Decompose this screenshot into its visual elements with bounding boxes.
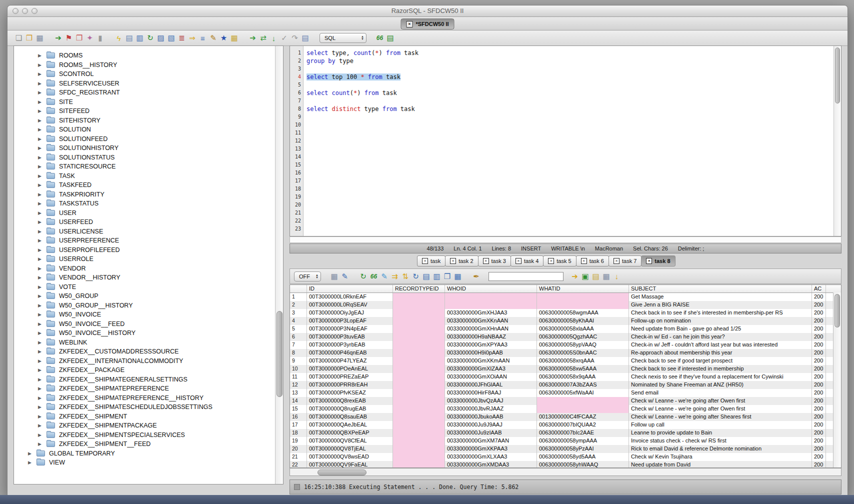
disclosure-triangle-icon[interactable]: ▶ [38, 201, 43, 206]
code-line[interactable] [306, 209, 834, 217]
grid-cell[interactable]: Check back to see if interested in membe… [629, 365, 812, 373]
grid-cell[interactable]: 00T3000000L0RknEAF [307, 293, 393, 301]
tree-item[interactable]: ▶ZKFEDEX__CUSTOMADDRESSSOURCE [14, 347, 283, 356]
grid-cell[interactable] [445, 301, 537, 309]
table-editor-icon[interactable]: ▦ [229, 33, 240, 44]
grid-cell[interactable]: Check-in w/ Ed - can he join this year? [629, 333, 812, 341]
tree-root-item[interactable]: ▶VIEW [14, 458, 283, 468]
disclosure-triangle-icon[interactable]: ▶ [38, 192, 43, 197]
grid-cell[interactable]: Give Jenn a BIG RAISE [629, 301, 812, 309]
export-table-icon[interactable]: ▥ [134, 33, 145, 44]
tree-item[interactable]: ▶SOLUTIONFEED [14, 134, 283, 144]
grid-cell[interactable]: Nominated by Shane Freeman at ANZ (HR50) [629, 381, 812, 389]
results-vscrollbar-thumb[interactable] [834, 294, 840, 328]
grid-cell[interactable] [393, 349, 445, 357]
tree-item[interactable]: ▶USERPREFERENCE [14, 236, 283, 246]
table-row[interactable]: 1900T3000000QV8CfEAL0033000000GmXM7AAN00… [290, 437, 841, 445]
help-book-icon[interactable]: ▧ [166, 33, 176, 44]
tree-item[interactable]: ▶USERFEED [14, 218, 283, 227]
shift-right-icon[interactable]: ⇒ [187, 33, 198, 44]
code-line[interactable] [306, 193, 834, 201]
grid-cell[interactable]: Check back to see if good target prospec… [629, 357, 812, 365]
column-header[interactable]: SUBJECT [629, 285, 812, 292]
tree-item[interactable]: ▶ZKFEDEX__SHIPMENTPACKAGE [14, 421, 283, 430]
code-line[interactable]: select top 100 * from task [306, 73, 834, 81]
code-line[interactable] [306, 129, 834, 137]
code-line[interactable] [306, 153, 834, 161]
grid-cell[interactable]: 006300000058xlaAAA [537, 325, 629, 333]
code-line[interactable] [306, 201, 834, 209]
grid-cell[interactable]: 200 [812, 461, 826, 468]
grid-cell[interactable] [393, 293, 445, 301]
disclosure-triangle-icon[interactable]: ▶ [38, 284, 43, 290]
table-row[interactable]: 400T3000000P3LopEAF0033000000GmXKnAAN006… [290, 317, 841, 325]
grid-cell[interactable] [393, 389, 445, 397]
generate-script-icon[interactable]: ▤ [590, 271, 601, 282]
grid-cell[interactable]: Rick to email David & reference Delmonte… [629, 445, 812, 453]
code-line[interactable] [306, 225, 834, 233]
disclosure-triangle-icon[interactable]: ▶ [28, 460, 33, 465]
table-row[interactable]: 1600T3000000Q8sauEAB0033000000JbukoAAB00… [290, 413, 841, 421]
result-tab[interactable]: ×task 3 [478, 256, 511, 266]
refresh-table-icon[interactable]: ↻ [410, 271, 421, 282]
object-list-icon[interactable]: ▤ [385, 33, 396, 44]
grid-cell[interactable]: 0033000000JbukoAAB [445, 413, 537, 421]
disclosure-triangle-icon[interactable]: ▶ [38, 256, 43, 262]
open-file-icon[interactable]: ❒ [24, 33, 34, 44]
grid-cell[interactable]: 200 [812, 333, 826, 341]
grid-cell[interactable]: Need update from David [629, 461, 812, 468]
disclosure-triangle-icon[interactable]: ▶ [38, 81, 43, 86]
table-row[interactable]: 1700T3000000QAeJbEAL0033000000Ju9J9AAJ00… [290, 421, 841, 429]
disclosure-triangle-icon[interactable]: ▶ [38, 432, 43, 438]
grid-cell[interactable] [393, 357, 445, 365]
tree-item[interactable]: ▶WEBLINK [14, 338, 283, 348]
grid-cell[interactable]: 0033000000GmXIZAA3 [445, 365, 537, 373]
grid-cell[interactable]: 200 [812, 389, 826, 397]
disclosure-triangle-icon[interactable]: ▶ [38, 377, 43, 382]
tree-item[interactable]: ▶ZKFEDEX__SHIPMATEGENERALSETTINGS [14, 375, 283, 384]
grid-cell[interactable]: 0033000000H9i0pAAB [445, 349, 537, 357]
table-row[interactable]: 1000T3000000POeAnEAL0033000000GmXIZAA300… [290, 365, 841, 373]
grid-cell[interactable]: 0033000000Ju9zIAAB [445, 429, 537, 437]
zoom-button[interactable] [32, 8, 38, 14]
grid-cell[interactable]: 200 [812, 317, 826, 325]
disclosure-triangle-icon[interactable]: ▶ [38, 312, 43, 317]
tree-item[interactable]: ▶SOLUTIONHISTORY [14, 144, 283, 153]
grid-cell[interactable]: 200 [812, 437, 826, 445]
grid-cell[interactable]: 200 [812, 453, 826, 461]
result-tab[interactable]: ×task [417, 256, 446, 266]
close-button[interactable] [12, 8, 18, 14]
tab-close-icon[interactable]: × [483, 258, 489, 264]
tree-item[interactable]: ▶VOTE [14, 282, 283, 292]
tree-item[interactable]: ▶ZKFEDEX__PACKAGE [14, 366, 283, 375]
table-row[interactable]: 500T3000000P3N4pEAF0033000000GmXHnAAN006… [290, 325, 841, 333]
grid-cell[interactable]: 00T3000000PfvKSEAZ [307, 389, 393, 397]
table-row[interactable]: 200T3000000L0RqSEAVGive Jenn a BIG RAISE… [290, 301, 841, 309]
grid-cell[interactable] [393, 333, 445, 341]
grid-cell[interactable]: 0033000000GmXKPAA3 [445, 445, 537, 453]
tree-item[interactable]: ▶TASKPRIORITY [14, 190, 283, 200]
disclosure-triangle-icon[interactable]: ▶ [38, 248, 43, 252]
grid-cell[interactable] [393, 461, 445, 468]
sidebar-scrollbar-thumb[interactable] [276, 311, 282, 397]
grid-cell[interactable]: Check w/ Leanne - we're going after Shea… [629, 413, 812, 421]
execute-statement-icon[interactable]: ➔ [248, 33, 258, 44]
grid-cell[interactable]: 200 [812, 325, 826, 333]
favorites-icon[interactable]: ★ [218, 33, 229, 44]
document-tab[interactable]: × *SFDCW50 II [400, 18, 454, 30]
grid-cell[interactable]: Check back in to see if she's interested… [629, 309, 812, 317]
query-builder-icon[interactable]: ▨ [156, 33, 166, 44]
grid-cell[interactable]: 00T3000000POeAnEAL [307, 365, 393, 373]
tree-item[interactable]: ▶SOLUTION [14, 125, 283, 134]
statement-type-select[interactable]: SQL ▲▼ [320, 33, 366, 43]
tree-item[interactable]: ▶ZKFEDEX__SHIPMATEPREFERENCE [14, 384, 283, 394]
expand-row-icon[interactable]: ⇉ [390, 271, 400, 282]
grid-cell[interactable] [393, 365, 445, 373]
grid-cell[interactable]: 00T3000000QV9FaEAL [307, 461, 393, 468]
grid-cell[interactable]: 200 [812, 365, 826, 373]
code-line[interactable] [306, 97, 834, 105]
code-line[interactable] [306, 169, 834, 177]
grid-cell[interactable]: 0033000000JFhGlAAL [445, 381, 537, 389]
table-row[interactable]: 600T3000000P3tuvEAB0033000000H9aNBAAZ006… [290, 333, 841, 341]
grid-cell[interactable]: Check nexis to see if they've found a re… [629, 373, 812, 381]
